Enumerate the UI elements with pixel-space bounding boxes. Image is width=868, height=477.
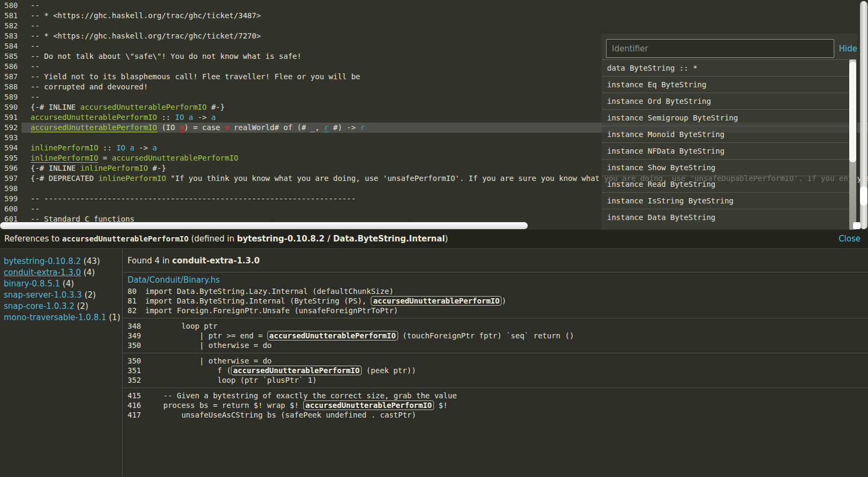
code-text: | otherwise = do xyxy=(145,341,272,350)
snippet-line: 350 | otherwise = do xyxy=(128,340,868,350)
code-text: process bs = return $! wrap $! xyxy=(145,401,303,410)
identifier-result-item[interactable]: instance Monoid ByteString xyxy=(602,126,849,142)
line-number: 580 xyxy=(0,1,31,11)
identifier-result-list: data ByteString :: *instance Eq ByteStri… xyxy=(602,59,849,230)
reference-occurrence[interactable]: accursedUnutterablePerformIO xyxy=(267,331,398,340)
editor-vertical-scrollbar[interactable] xyxy=(860,1,867,229)
identifier-result-item[interactable]: instance Read ByteString xyxy=(602,176,849,192)
identifier-token[interactable]: m xyxy=(225,123,229,132)
identifier-result-item[interactable]: data ByteString :: * xyxy=(602,59,849,76)
reference-occurrence[interactable]: accursedUnutterablePerformIO xyxy=(303,400,434,410)
code-text: #-} xyxy=(148,164,166,172)
identifier-token[interactable]: accursedUnutterablePerformIO xyxy=(31,113,157,122)
identifier-token[interactable]: IO xyxy=(116,143,125,152)
panel-scrollbar-thumb[interactable] xyxy=(849,62,856,162)
line-number: 581 xyxy=(0,11,31,21)
identifier-result-item[interactable]: instance IsString ByteString xyxy=(602,192,849,209)
line-number: 81 xyxy=(128,296,145,306)
code-text: (IO xyxy=(157,123,179,132)
references-bar: References to accursedUnutterablePerform… xyxy=(0,230,868,249)
snippet-group: 348 loop ptr349 | ptr >= end = accursedU… xyxy=(123,318,868,353)
code-text: {-# DEPRECATED xyxy=(31,174,98,183)
code-text: -- xyxy=(31,205,40,213)
line-number: 585 xyxy=(0,51,31,62)
panel-scrollbar[interactable] xyxy=(849,59,856,230)
identifier-token[interactable]: a xyxy=(130,143,134,152)
identifier-token[interactable]: accursedUnutterablePerformIO xyxy=(112,154,238,162)
line-number: 588 xyxy=(0,82,31,92)
package-item: bytestring-0.10.8.2 (43) xyxy=(4,256,122,267)
code-text: -> xyxy=(134,143,153,152)
package-count: (4) xyxy=(81,268,95,277)
package-count: (4) xyxy=(60,279,74,289)
package-link[interactable]: binary-0.8.5.1 xyxy=(4,279,60,289)
line-number: 597 xyxy=(0,173,31,184)
package-link[interactable]: snap-core-1.0.3.2 xyxy=(4,301,74,311)
code-text: import Data.ByteString.Lazy.Internal (de… xyxy=(145,287,394,296)
identifier-search-input[interactable] xyxy=(606,39,834,58)
identifier-token[interactable]: accursedUnutterablePerformIO xyxy=(80,103,207,111)
code-text: (touchForeignPtr fptr) `seq` return () xyxy=(398,331,574,340)
identifier-token[interactable]: inlinePerformIO xyxy=(98,174,166,183)
line-number: 80 xyxy=(128,286,145,296)
identifier-result-item[interactable]: instance Ord ByteString xyxy=(602,93,849,109)
line-number: 583 xyxy=(0,31,31,41)
code-line: 580-- xyxy=(0,1,868,11)
snippet-group: 415 -- Given a bytestring of exactly the… xyxy=(123,388,868,422)
code-text: -> xyxy=(193,113,211,122)
identifier-token[interactable]: accursedUnutterablePerformIO xyxy=(31,123,157,132)
identifier-result-item[interactable]: instance NFData ByteString xyxy=(602,142,849,159)
code-text: -- corrupted and devoured! xyxy=(31,82,148,91)
identifier-token[interactable]: inlinePerformIO xyxy=(31,143,98,152)
package-link[interactable]: mono-traversable-1.0.8.1 xyxy=(4,313,107,322)
editor-vertical-scrollbar-thumb[interactable] xyxy=(860,186,867,206)
code-text: unsafeUseAsCString bs (safePeek undefine… xyxy=(145,411,416,419)
line-number: 351 xyxy=(128,366,145,375)
line-number: 590 xyxy=(0,102,31,112)
code-text: -- Given a bytestring of exactly the cor… xyxy=(145,391,457,400)
code-text: -- -------------------------------------… xyxy=(31,194,356,203)
package-link[interactable]: snap-server-1.0.3.3 xyxy=(4,290,82,300)
code-text: #-} xyxy=(207,103,225,111)
references-identifier: accursedUnutterablePerformIO xyxy=(62,234,189,243)
identifier-result-item[interactable]: instance Data ByteString xyxy=(602,209,849,225)
reference-occurrence[interactable]: accursedUnutterablePerformIO xyxy=(231,366,362,375)
identifier-token[interactable]: IO xyxy=(175,113,184,122)
line-number: 417 xyxy=(128,410,145,420)
package-link[interactable]: conduit-extra-1.3.0 xyxy=(4,268,81,277)
references-suffix: ) xyxy=(445,234,448,244)
identifier-token[interactable]: a xyxy=(211,113,215,122)
identifier-token[interactable]: m xyxy=(179,123,184,132)
reference-occurrence[interactable]: accursedUnutterablePerformIO xyxy=(371,296,502,306)
code-text: {-# INLINE xyxy=(31,103,80,111)
file-link[interactable]: Data/Conduit/Binary.hs xyxy=(128,275,220,285)
code-text: loop (ptr `plusPtr` 1) xyxy=(145,376,317,384)
identifier-result-item[interactable]: instance Semigroup ByteString xyxy=(602,109,849,126)
found-package: conduit-extra-1.3.0 xyxy=(172,256,259,266)
code-text: -- xyxy=(31,93,40,101)
snippet-line: 82import Foreign.ForeignPtr.Unsafe (unsa… xyxy=(128,306,868,315)
snippet-line: 417 unsafeUseAsCString bs (safePeek unde… xyxy=(128,410,868,420)
snippet-line: 351 f (accursedUnutterablePerformIO (pee… xyxy=(128,366,868,375)
code-text: -- Do not talk about \"safe\"! You do no… xyxy=(31,52,302,60)
line-number: 582 xyxy=(0,21,31,31)
close-button[interactable]: Close xyxy=(839,230,860,248)
horizontal-scrollbar-thumb[interactable] xyxy=(0,222,528,229)
identifier-result-item[interactable]: instance Show ByteString xyxy=(602,159,849,176)
package-link[interactable]: bytestring-0.10.8.2 xyxy=(4,256,81,266)
code-line: 581-- * <https://ghc.haskell.org/trac/gh… xyxy=(0,11,868,21)
code-text: ) xyxy=(502,297,506,305)
identifier-result-item[interactable]: instance Eq ByteString xyxy=(602,76,849,93)
found-prefix: Found 4 in xyxy=(128,256,172,266)
identifier-token[interactable]: r xyxy=(360,123,364,132)
identifier-token[interactable]: inlinePerformIO xyxy=(80,164,148,172)
search-panel-header: Hide xyxy=(602,34,857,60)
line-number: 587 xyxy=(0,72,31,82)
code-line: 582-- xyxy=(0,21,868,31)
identifier-token[interactable]: a xyxy=(153,143,157,152)
hide-button[interactable]: Hide xyxy=(839,44,857,54)
line-number: 82 xyxy=(128,306,145,315)
snippet-line: 416 process bs = return $! wrap $! accur… xyxy=(128,400,868,410)
horizontal-scrollbar-end[interactable] xyxy=(853,222,860,229)
identifier-token[interactable]: inlinePerformIO xyxy=(31,154,98,163)
